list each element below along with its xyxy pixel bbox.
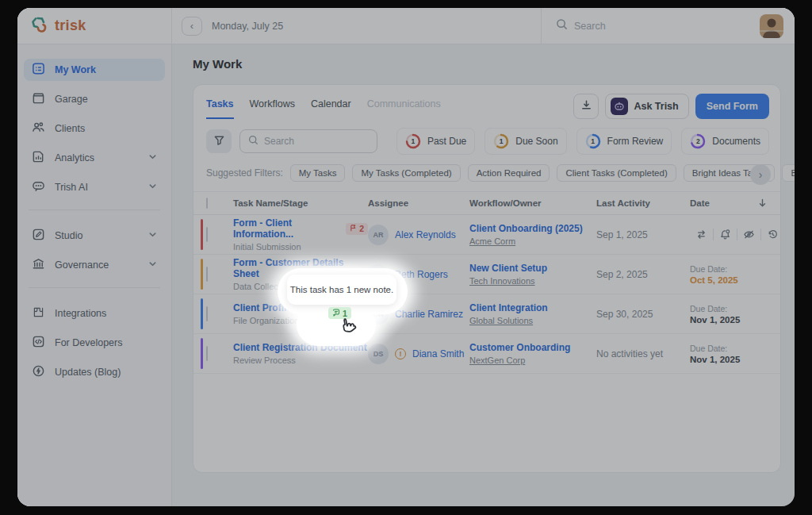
hand-cursor-icon (335, 313, 362, 344)
note-tooltip: This task has 1 new note. (287, 275, 396, 305)
app-window: trisk ‹ Monday, July 25 My Work Garage (17, 8, 795, 506)
device-frame: trisk ‹ Monday, July 25 My Work Garage (0, 0, 812, 515)
dim-overlay (17, 8, 795, 506)
